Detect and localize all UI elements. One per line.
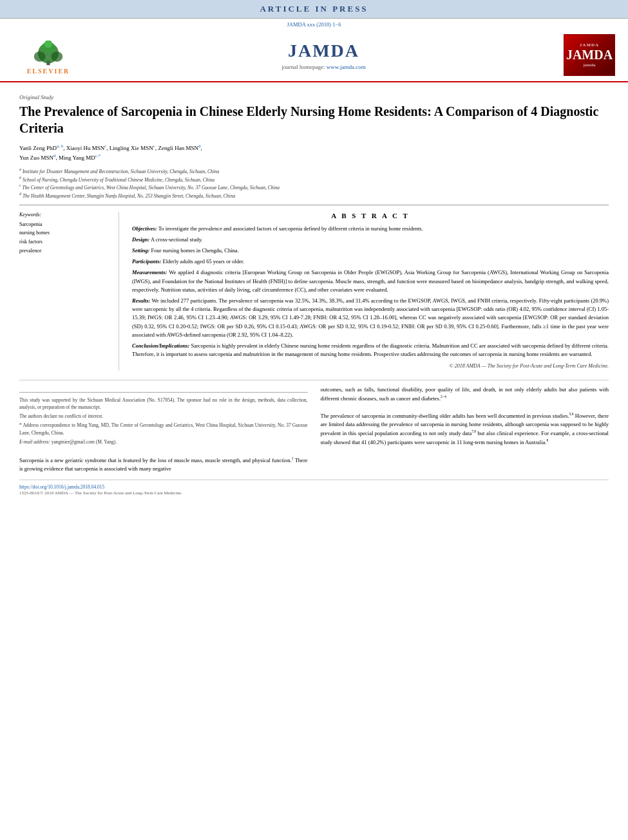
affiliations: a Institute for Disaster Management and … — [19, 167, 609, 200]
elsevier-tree-icon — [29, 41, 68, 66]
journal-name: JAMDA — [84, 41, 564, 61]
abstract-design: Design: A cross-sectional study. — [132, 236, 609, 244]
footer-bar: https://doi.org/10.1016/j.jamda.2018.04.… — [19, 480, 609, 496]
body-left-column: This study was supported by the Sichuan … — [19, 386, 308, 474]
divider-1 — [19, 205, 609, 205]
abstract-measurements: Measurements: We applied 4 diagnostic cr… — [132, 268, 609, 294]
journal-citation: JAMDA xxx (2018) 1−6 — [0, 19, 628, 29]
keyword-4: prevalence — [19, 247, 112, 256]
svg-point-2 — [34, 51, 46, 61]
body-intro-right-1: outcomes, such as falls, functional disa… — [321, 386, 609, 403]
article-title: The Prevalence of Sarcopenia in Chinese … — [19, 103, 609, 136]
footnote-funding: This study was supported by the Sichuan … — [19, 397, 308, 411]
keywords-list: Sarcopenia nursing homes risk factors pr… — [19, 220, 112, 255]
body-section: This study was supported by the Sichuan … — [19, 380, 609, 474]
footnote-conflicts: The authors declare no conflicts of inte… — [19, 413, 308, 420]
svg-point-3 — [51, 51, 62, 61]
elsevier-logo: ELSEVIER — [13, 36, 84, 75]
abstract-results: Results: We included 277 participants. T… — [132, 297, 609, 339]
journal-header-row: ELSEVIER JAMDA journal homepage: www.jam… — [0, 29, 628, 82]
footnote-correspondence: * Address correspondence to Ming Yang, M… — [19, 422, 308, 436]
body-right-column: outcomes, such as falls, functional disa… — [321, 386, 609, 474]
abstract-objectives: Objectives: To investigate the prevalenc… — [132, 225, 609, 233]
abstract-setting: Setting: Four nursing homes in Chengdu, … — [132, 247, 609, 255]
doi-link[interactable]: https://doi.org/10.1016/j.jamda.2018.04.… — [19, 484, 104, 490]
footer-copyright: 1525-8610/© 2018 AMDA — The Society for … — [19, 490, 182, 496]
footnote-email: E-mail address: yangmier@gmail.com (M. Y… — [19, 438, 308, 445]
keywords-label: Keywords: — [19, 212, 112, 218]
body-intro-left: Sarcopenia is a new geriatric syndrome t… — [19, 456, 308, 473]
footnotes: This study was supported by the Sichuan … — [19, 392, 308, 446]
journal-homepage-link[interactable]: www.jamda.com — [327, 64, 366, 70]
authors: Yanli Zeng PhDa, b, Xiaoyi Hu MSNc, Ling… — [19, 143, 609, 163]
main-content: Original Study The Prevalence of Sarcope… — [0, 82, 628, 502]
keyword-1: Sarcopenia — [19, 220, 112, 229]
abstract-copyright: © 2018 AMDA — The Society for Post-Acute… — [132, 362, 609, 370]
keyword-3: risk factors — [19, 238, 112, 247]
keyword-2: nursing homes — [19, 229, 112, 238]
abstract-title: A B S T R A C T — [132, 212, 609, 219]
abstract-conclusion: Conclusion/Implications: Sarcopenia is h… — [132, 342, 609, 359]
jamda-logo: JAMDA JAMDA jamda — [564, 34, 615, 76]
journal-center: JAMDA journal homepage: www.jamda.com — [84, 41, 564, 70]
journal-homepage: journal homepage: www.jamda.com — [84, 64, 564, 70]
abstract-participants: Participants: Elderly adults aged 65 yea… — [132, 257, 609, 266]
body-intro-right-2: The prevalence of sarcopenia in communit… — [321, 411, 609, 447]
keywords-column: Keywords: Sarcopenia nursing homes risk … — [19, 212, 119, 371]
study-type-label: Original Study — [19, 89, 609, 100]
abstract-column: A B S T R A C T Objectives: To investiga… — [132, 212, 609, 371]
abstract-section: Keywords: Sarcopenia nursing homes risk … — [19, 212, 609, 371]
article-in-press-banner: ARTICLE IN PRESS — [0, 0, 628, 19]
elsevier-text: ELSEVIER — [27, 68, 70, 75]
abstract-body: Objectives: To investigate the prevalenc… — [132, 225, 609, 371]
